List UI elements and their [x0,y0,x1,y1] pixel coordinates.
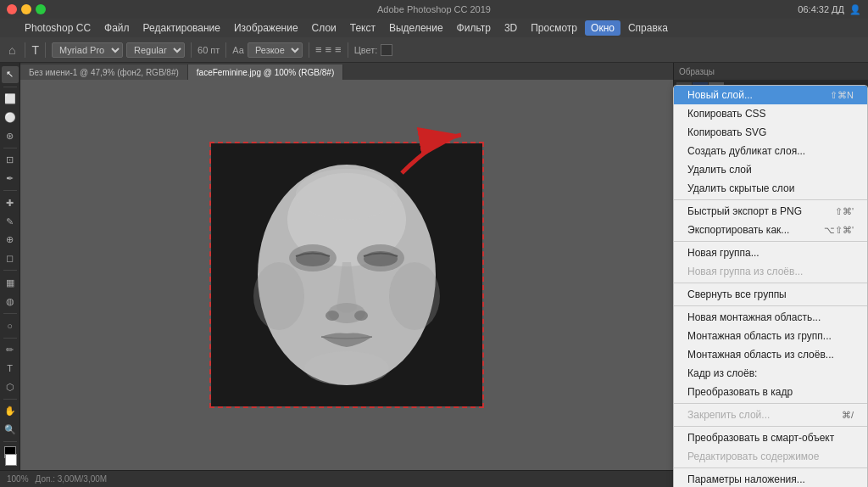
ctx-edit-contents: Редактировать содержимое [674,447,867,466]
ctx-new-group[interactable]: Новая группа... [674,244,867,262]
ctx-delete-layer-label: Удалить слой [687,164,752,176]
menu-filter[interactable]: Фильтр [451,20,497,36]
aa-label: Аа [232,45,244,55]
tool-quick-select[interactable]: ⊛ [2,127,19,144]
svg-point-11 [253,262,304,330]
ctx-blend-options-label: Параметры наложения... [687,473,805,485]
ctx-new-layer[interactable]: Новый слой... ⇧⌘N [674,86,867,104]
ctx-sep-6 [674,426,867,427]
toolbar-separator-3 [191,42,192,58]
svg-point-13 [296,169,398,220]
ctx-convert-to-frame[interactable]: Преобразовать в кадр [674,383,867,401]
ctx-artboard-from-group-label: Монтажная область из групп... [687,330,832,342]
menu-layers[interactable]: Слои [306,20,342,36]
time-display: 06:4:32 ДД [798,4,844,14]
menu-image[interactable]: Изображение [228,20,304,36]
ctx-quick-export-shortcut: ⇧⌘' [835,206,854,217]
font-style-select[interactable]: Regular [126,42,185,58]
ctx-copy-svg[interactable]: Копировать SVG [674,123,867,142]
svg-point-8 [326,311,339,321]
ctx-new-artboard[interactable]: Новая монтажная область... [674,308,867,327]
ctx-new-group-label: Новая группа... [687,247,760,259]
tool-shape[interactable]: ⬡ [2,378,19,395]
ctx-edit-contents-label: Редактировать содержимое [687,451,819,462]
canvas-image-container [209,142,484,408]
ctx-sep-4 [674,305,867,306]
ctx-create-duplicate[interactable]: Создать дубликат слоя... [674,142,867,160]
ctx-delete-hidden[interactable]: Удалить скрытые слои [674,179,867,198]
ctx-artboard-from-group[interactable]: Монтажная область из групп... [674,327,867,345]
apple-menu[interactable] [3,26,17,30]
user-icon: 👤 [849,4,861,15]
tool-lasso[interactable]: ⚪ [2,109,19,126]
ctx-create-duplicate-label: Создать дубликат слоя... [687,145,805,157]
ctx-blend-options[interactable]: Параметры наложения... [674,470,867,487]
tool-gradient[interactable]: ▦ [2,274,19,291]
tool-separator-2 [3,148,17,148]
ctx-copy-svg-label: Копировать SVG [687,126,766,138]
context-menu: Новый слой... ⇧⌘N Копировать CSS Копиров… [673,85,868,487]
tool-brush[interactable]: ✎ [2,213,19,230]
menu-photoshop[interactable]: Photoshop CC [19,20,97,36]
menu-file[interactable]: Файл [98,20,136,36]
ctx-frame-from-layer[interactable]: Кадр из слоёв: [674,364,867,383]
minimize-button[interactable] [21,4,31,14]
tool-clone[interactable]: ⊕ [2,232,19,249]
ctx-sep-1 [674,199,867,200]
ctx-sep-5 [674,403,867,404]
color-swatch[interactable] [381,44,392,56]
menu-3d[interactable]: 3D [498,20,523,36]
menu-view[interactable]: Просмотр [525,20,583,36]
sharpness-select[interactable]: Резкое [248,42,303,58]
tool-marquee[interactable]: ⬜ [2,91,19,108]
ctx-export-as[interactable]: Экспортировать как... ⌥⇧⌘' [674,221,867,239]
tool-pen[interactable]: ✏ [2,342,19,359]
ctx-convert-smart[interactable]: Преобразовать в смарт-объект [674,428,867,447]
tool-text[interactable]: T [2,360,19,377]
canvas-tabs: Без имени-1 @ 47,9% (фон2, RGB/8#) faceF… [20,63,673,80]
toolbar-separator-5 [309,42,309,58]
titlebar-right: 06:4:32 ДД 👤 [798,4,861,15]
menu-help[interactable]: Справка [622,20,674,36]
tab-untitled[interactable]: Без имени-1 @ 47,9% (фон2, RGB/8#) [20,64,188,80]
tool-dodge[interactable]: ○ [2,317,19,334]
maximize-button[interactable] [36,4,46,14]
tool-eyedropper[interactable]: ✒ [2,171,19,188]
svg-point-10 [304,351,389,385]
ctx-artboard-from-layers[interactable]: Монтажная область из слоёв... [674,345,867,364]
ctx-delete-layer[interactable]: Удалить слой [674,160,867,179]
tool-blur[interactable]: ◍ [2,293,19,310]
ctx-quick-export-label: Быстрый экспорт в PNG [687,205,802,217]
tool-hand[interactable]: ✋ [2,403,19,420]
tool-eraser[interactable]: ◻ [2,250,19,267]
tool-heal[interactable]: ✚ [2,194,19,211]
ctx-export-as-shortcut: ⌥⇧⌘' [824,225,854,236]
ctx-copy-css[interactable]: Копировать CSS [674,104,867,123]
close-button[interactable] [7,4,17,14]
tool-separator-4 [3,270,17,271]
toolbar-separator-2 [45,42,46,58]
tool-crop[interactable]: ⊡ [2,152,19,169]
tool-move[interactable]: ↖ [2,66,19,83]
home-icon[interactable]: ⌂ [5,43,19,57]
background-color[interactable] [5,454,17,466]
tab-face[interactable]: faceFeminine.jpg @ 100% (RGB/8#) [188,64,343,80]
canvas-content [20,80,673,470]
ctx-new-layer-shortcut: ⇧⌘N [830,90,854,101]
color-panel-header: Образцы [674,63,868,80]
ctx-convert-to-frame-label: Преобразовать в кадр [687,386,793,398]
align-right-icon[interactable]: ≡ [335,43,342,56]
text-tool-icon: T [31,43,39,57]
menu-edit[interactable]: Редактирование [137,20,226,36]
font-family-select[interactable]: Myriad Pro [52,42,123,58]
align-center-icon[interactable]: ≡ [326,43,332,56]
svg-point-12 [389,262,440,330]
align-left-icon[interactable]: ≡ [315,43,322,56]
tool-zoom[interactable]: 🔍 [2,422,19,439]
ctx-quick-export[interactable]: Быстрый экспорт в PNG ⇧⌘' [674,202,867,221]
menu-window[interactable]: Окно [585,20,620,36]
ctx-collapse-groups[interactable]: Свернуть все группы [674,285,867,304]
face-canvas [211,143,482,406]
menu-text[interactable]: Текст [344,20,381,36]
menu-select[interactable]: Выделение [383,20,449,36]
